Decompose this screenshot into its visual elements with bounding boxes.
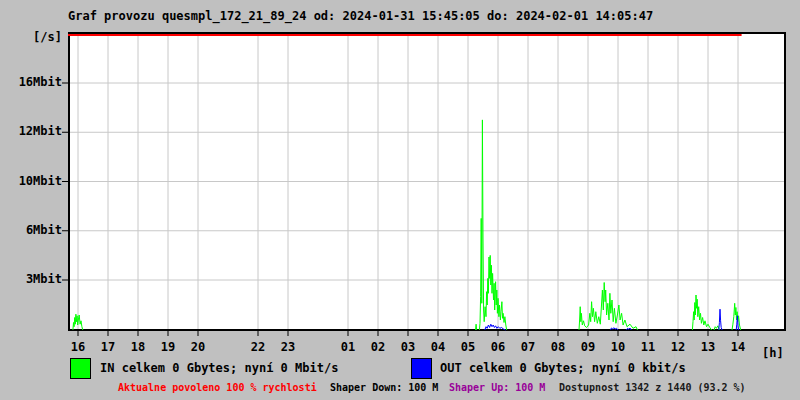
status-availability: Dostupnost 1342 z 1440 (93.2 %) <box>559 382 746 394</box>
y-tick-label: 16Mbit <box>2 76 62 90</box>
x-tick-label: 10 <box>607 341 629 355</box>
x-tick-label: 23 <box>277 341 299 355</box>
x-tick-label: 04 <box>427 341 449 355</box>
x-tick-label: 03 <box>397 341 419 355</box>
x-tick-label: 08 <box>547 341 569 355</box>
x-tick-label: 01 <box>337 341 359 355</box>
x-tick-label: 02 <box>367 341 389 355</box>
x-tick-label: 14 <box>727 341 749 355</box>
x-tick-label: 11 <box>637 341 659 355</box>
x-tick-label: 05 <box>457 341 479 355</box>
legend-in-label: IN celkem 0 Gbytes; nyní 0 Mbit/s <box>100 362 338 376</box>
legend-out-label: OUT celkem 0 Gbytes; nyní 0 kbit/s <box>440 362 686 376</box>
x-tick-label: 17 <box>97 341 119 355</box>
x-tick-label: 16 <box>67 341 89 355</box>
x-axis-unit-label: [h] <box>762 347 784 361</box>
x-tick-label: 22 <box>247 341 269 355</box>
traffic-graph-screen: Graf provozu quesmpl_172_21_89_24 od: 20… <box>0 0 800 400</box>
status-shaper-up: Shaper Up: 100 M <box>449 382 545 394</box>
x-tick-label: 13 <box>697 341 719 355</box>
x-tick-label: 06 <box>487 341 509 355</box>
y-axis-unit-label: [/s] <box>2 31 62 45</box>
legend-in-swatch <box>70 358 91 379</box>
x-tick-label: 12 <box>667 341 689 355</box>
x-tick-label: 09 <box>577 341 599 355</box>
x-tick-label: 18 <box>127 341 149 355</box>
x-tick-label: 19 <box>157 341 179 355</box>
y-tick-label: 10Mbit <box>2 175 62 189</box>
y-tick-label: 12Mbit <box>2 125 62 139</box>
y-tick-label: 6Mbit <box>2 224 62 238</box>
y-tick-label: 3Mbit <box>2 273 62 287</box>
x-tick-label: 20 <box>187 341 209 355</box>
status-allowed-speed: Aktualne povoleno 100 % rychlosti <box>118 382 317 394</box>
x-tick-label: 07 <box>517 341 539 355</box>
status-shaper-down: Shaper Down: 100 M <box>330 382 438 394</box>
legend-out-swatch <box>411 358 432 379</box>
